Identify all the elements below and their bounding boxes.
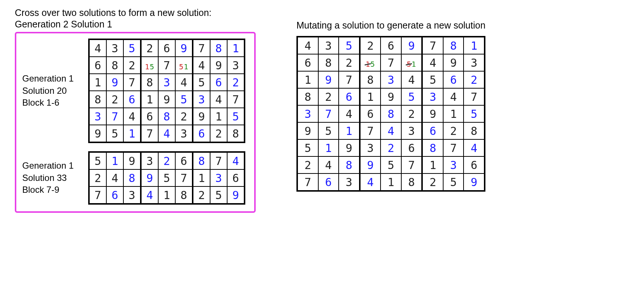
part-a-label-1: Generation 1 [22,73,82,85]
sudoku-cell: 8 [227,125,245,142]
sudoku-cell: 7 [227,91,245,108]
sudoku-cell: 6 [339,88,360,105]
sudoku-row: 374682915 [89,108,245,125]
sudoku-row: 248957136 [297,156,485,173]
sudoku-cell: 2 [443,122,464,139]
sudoku-cell: 1 [141,91,158,108]
sudoku-cell: 5 [193,74,210,91]
sudoku-cell: 8 [106,57,123,74]
sudoku-cell: 5 [227,108,245,125]
sudoku-cell: 4 [123,108,141,125]
sudoku-cell: 3 [360,139,381,156]
part-a-label-3: Block 1-6 [22,97,82,109]
sudoku-cell: 4 [401,71,422,88]
crossover-part-b: Generation 1 Solution 33 Block 7-9 51932… [22,151,245,205]
sudoku-row: 951743628 [89,125,245,142]
sudoku-cell: 5 [422,71,443,88]
sudoku-grid-mutation: 4352697816821575149319783456282619534737… [296,36,485,192]
sudoku-cell: 6 [210,74,227,91]
sudoku-cell: 4 [106,169,123,186]
sudoku-cell: 6 [381,37,401,54]
sudoku-cell: 9 [339,139,360,156]
sudoku-cell: 3 [318,37,339,54]
sudoku-cell: 3 [339,173,360,191]
sudoku-row: 435269781 [297,37,485,54]
sudoku-cell: 8 [318,54,339,71]
sudoku-cell: 2 [141,39,158,57]
sudoku-cell: 7 [297,173,318,191]
sudoku-cell: 15 [141,57,158,74]
sudoku-cell: 9 [227,186,245,204]
sudoku-cell: 9 [89,125,106,142]
sudoku-cell: 3 [193,91,210,108]
sudoku-cell: 3 [381,71,401,88]
sudoku-cell: 9 [443,54,464,71]
sudoku-cell: 1 [158,186,175,204]
sudoku-cell: 6 [360,105,381,122]
sudoku-cell: 2 [106,91,123,108]
sudoku-cell: 6 [401,139,422,156]
sudoku-cell: 8 [297,88,318,105]
sudoku-cell: 4 [318,156,339,173]
sudoku-cell: 4 [175,74,193,91]
part-a-label-2: Solution 20 [22,85,82,97]
sudoku-cell: 1 [89,74,106,91]
crossover-section: Cross over two solutions to form a new s… [15,7,256,213]
sudoku-cell: 7 [210,152,227,169]
sudoku-cell: 15 [360,54,381,71]
sudoku-cell: 3 [401,122,422,139]
sudoku-cell: 6 [158,39,175,57]
sudoku-cell: 5 [210,186,227,204]
part-b-label-3: Block 7-9 [22,184,82,196]
sudoku-cell: 6 [297,54,318,71]
sudoku-cell: 6 [443,71,464,88]
sudoku-row: 248957136 [89,169,245,186]
sudoku-cell: 2 [158,152,175,169]
sudoku-cell: 7 [158,57,175,74]
crossover-part-a: Generation 1 Solution 20 Block 1-6 43526… [22,39,245,143]
sudoku-cell: 7 [381,54,401,71]
sudoku-cell: 4 [158,125,175,142]
sudoku-cell: 4 [464,139,485,156]
sudoku-cell: 1 [227,39,245,57]
sudoku-cell: 5 [339,37,360,54]
sudoku-cell: 5 [401,88,422,105]
sudoku-cell: 4 [141,186,158,204]
sudoku-row: 826195347 [89,91,245,108]
sudoku-cell: 3 [175,125,193,142]
sudoku-cell: 1 [381,173,401,191]
sudoku-cell: 4 [443,88,464,105]
sudoku-cell: 1 [210,108,227,125]
sudoku-cell: 3 [123,186,141,204]
sudoku-cell: 5 [106,125,123,142]
sudoku-cell: 2 [422,173,443,191]
sudoku-cell: 3 [443,156,464,173]
sudoku-cell: 4 [89,39,106,57]
sudoku-cell: 4 [227,152,245,169]
sudoku-cell: 2 [175,108,193,125]
sudoku-cell: 8 [443,37,464,54]
sudoku-cell: 6 [106,186,123,204]
sudoku-cell: 1 [422,156,443,173]
sudoku-cell: 4 [360,173,381,191]
sudoku-cell: 8 [464,122,485,139]
sudoku-cell: 7 [464,88,485,105]
sudoku-cell: 8 [175,186,193,204]
sudoku-cell: 9 [360,156,381,173]
sudoku-grid-part-b: 519326874248957136763418259 [88,151,245,205]
sudoku-cell: 3 [89,108,106,125]
sudoku-cell: 9 [210,57,227,74]
sudoku-cell: 51 [175,57,193,74]
sudoku-cell: 2 [193,186,210,204]
sudoku-cell: 6 [422,122,443,139]
sudoku-cell: 6 [318,173,339,191]
sudoku-cell: 6 [123,91,141,108]
sudoku-cell: 5 [443,173,464,191]
sudoku-cell: 9 [401,37,422,54]
sudoku-row: 68215751493 [89,57,245,74]
sudoku-cell: 9 [123,152,141,169]
sudoku-cell: 5 [318,122,339,139]
sudoku-cell: 5 [158,169,175,186]
sudoku-cell: 1 [360,88,381,105]
sudoku-cell: 3 [227,57,245,74]
